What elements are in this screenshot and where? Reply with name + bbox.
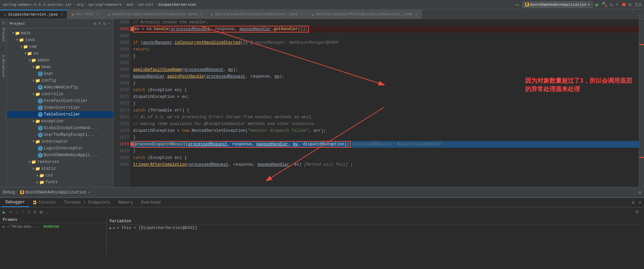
run-config-dropdown-icon[interactable]: ▾: [588, 2, 590, 7]
tab-close-3[interactable]: ✕: [200, 12, 202, 16]
overhead-tab[interactable]: Overhead: [137, 198, 165, 207]
debug-app-selector[interactable]: B Boot05WebAdminApplication ✕: [20, 190, 90, 195]
line-num-1069: 1069: [115, 80, 129, 87]
top-right-toolbar: ⟵ B Boot05WebAdminApplication ▾ ▶ 🔨 ↻ ☂ …: [516, 1, 641, 8]
tab-close-1[interactable]: ✕: [61, 13, 63, 17]
tree-item-admin[interactable]: ▼ 📁 admin: [7, 57, 113, 64]
line-num-1067: 1067: [115, 66, 129, 73]
tree-item-java[interactable]: ▼ 📁 java: [7, 37, 113, 43]
threads-tab[interactable]: Threads | Endpoints: [60, 198, 114, 207]
tree-item-formtestcontroller[interactable]: C FormTestController: [7, 98, 113, 104]
panel-maximize-icon[interactable]: ⧉: [636, 210, 641, 214]
tab-close-5[interactable]: ✕: [415, 12, 417, 16]
tab-close-4[interactable]: ✕: [301, 12, 303, 16]
tree-item-tablecontroller[interactable]: C TableController: [7, 111, 113, 118]
frames-icon[interactable]: ⊞: [40, 209, 42, 215]
console-tab[interactable]: ▶ Console: [29, 198, 60, 207]
panel-settings-icon[interactable]: ⚙: [629, 200, 637, 205]
frame-item-1[interactable]: ▶ → *http-nio-... RUNNING: [0, 223, 106, 230]
tree-item-xu[interactable]: ▼ 📁 xu: [7, 50, 113, 57]
navigate-left-icon[interactable]: ⟵: [516, 1, 519, 8]
tree-item-controlle[interactable]: ▼ 📁 controlle: [7, 91, 113, 98]
tree-item-boot05[interactable]: C Boot05WebAdminAppli...: [7, 152, 113, 159]
memory-tab[interactable]: Memory: [114, 198, 137, 207]
debug-label: Debug:: [3, 190, 17, 195]
tab-abstract-handler-method[interactable]: ☕ AbstractHandlerMethodExceptionResolver…: [308, 10, 422, 19]
breadcrumb-item-2[interactable]: org: [77, 3, 84, 7]
settings-button[interactable]: ⚙: [629, 2, 631, 7]
code-scroll-area[interactable]: 1060 1061 1062 1063 1064 1065 1066 1067 …: [113, 19, 644, 187]
tree-label: main: [21, 31, 31, 36]
evaluate-icon[interactable]: ≡: [34, 209, 36, 215]
tab-dispatcher-servlet[interactable]: ☕ DispatcherServlet.java ✕: [0, 10, 67, 19]
tab-close-2[interactable]: ✕: [97, 12, 99, 16]
breadcrumb-item-6: DispatcherServlet: [159, 3, 196, 7]
stop-button[interactable]: ⏹: [621, 2, 626, 7]
line-num-1075: 1075: [115, 121, 129, 127]
code-text: catch (Exception ex) {: [133, 88, 187, 92]
panel-close-icon[interactable]: ✕: [637, 200, 643, 205]
tab-handler-exception-resolver[interactable]: ☕ HandlerExceptionResolverComposite.java…: [103, 10, 207, 19]
breadcrumb-item-4[interactable]: web: [127, 3, 133, 7]
tab-label-2: 4xx.html: [76, 12, 94, 16]
tree-item-static[interactable]: ▼ 📁 static: [7, 165, 113, 172]
tree-item-user[interactable]: C User: [7, 70, 113, 77]
expand-arrow: ▼: [33, 167, 35, 171]
tree-item-config[interactable]: ▼ 📁 config: [7, 77, 113, 84]
tree-item-main[interactable]: ▼ 📁 main: [7, 30, 113, 37]
sidebar-locate-icon[interactable]: ⊕: [94, 21, 97, 26]
tree-item-indexcontroller[interactable]: C IndexController: [7, 104, 113, 111]
code-line-1065: }: [130, 53, 639, 60]
expand-arrow: ▼: [24, 52, 26, 56]
tree-label: TableController: [44, 112, 80, 117]
sidebar-collapse-icon[interactable]: ≡: [99, 21, 101, 26]
tab-abstract-handler-exception[interactable]: ☕ AbstractHandlerExceptionResolver.java …: [207, 10, 308, 19]
step-into-icon[interactable]: ↓: [15, 209, 18, 215]
tab-4xx[interactable]: ◈ 4xx.html ✕: [67, 10, 103, 19]
sidebar-settings-icon[interactable]: ⚙: [103, 21, 106, 26]
coverage-button[interactable]: ☂: [616, 2, 618, 7]
tree-item-usertoomany[interactable]: C UserTooManyExcepti...: [7, 131, 113, 138]
tree-item-bean[interactable]: ▼ 📁 bean: [7, 64, 113, 70]
translate-button[interactable]: 文A: [634, 2, 641, 8]
sidebar-close-icon[interactable]: —: [108, 21, 110, 26]
run-config-selector[interactable]: B Boot05WebAdminApplication ▾: [522, 1, 593, 8]
breadcrumb-item-5[interactable]: servlet: [138, 3, 153, 7]
tree-label: static: [41, 166, 56, 171]
debug-app-close[interactable]: ✕: [88, 190, 90, 194]
project-panel-toggle[interactable]: 1: Project: [1, 20, 6, 43]
breadcrumb-item-3[interactable]: springframework: [88, 3, 122, 7]
expand-arrow: ▼: [33, 120, 35, 123]
structure-panel-toggle[interactable]: Z-Structure: [1, 54, 6, 79]
expand-arrow: ▼: [33, 79, 35, 83]
tree-item-interceptor[interactable]: ▼ 📁 interceptor: [7, 138, 113, 145]
more-icon[interactable]: …: [46, 209, 49, 215]
step-over-icon[interactable]: ↷: [9, 209, 12, 215]
code-line-1067: applyDefaultViewName(processedRequest, m…: [130, 66, 639, 73]
tabs-overflow-icon[interactable]: ▾: [636, 14, 644, 19]
tree-item-exception[interactable]: ▼ 📁 exception: [7, 118, 113, 125]
tree-label: fonts: [45, 180, 58, 185]
breadcrumb-item-1[interactable]: spring-webmvc-5.3.2-sources.jar: [3, 3, 72, 7]
tree-item-adminwebconfig[interactable]: C AdminWebConfig: [7, 84, 113, 91]
resume-icon[interactable]: ▶: [3, 209, 5, 215]
run-to-cursor-icon[interactable]: ⤵: [28, 209, 30, 215]
tree-item-logininterceptor[interactable]: C LoginInterceptor: [7, 145, 113, 152]
tab-java-icon-4: ☕: [211, 12, 213, 17]
debug-settings-icon[interactable]: ⚙: [639, 190, 641, 195]
code-line-1074: // As of 4.3, we're processing Errors th…: [130, 114, 639, 121]
debugger-tab[interactable]: Debugger: [1, 198, 29, 207]
error-marker-2: [639, 157, 644, 158]
tree-item-fonts[interactable]: ▶ 📁 fonts: [7, 179, 113, 186]
variable-item-this[interactable]: ▶ ▶ = this = [DispatcherServlet@6432]: [109, 225, 641, 231]
tree-item-resources[interactable]: ▼ 📁 resources: [7, 159, 113, 165]
right-scrollbar-markers[interactable]: [639, 19, 644, 187]
tree-item-images[interactable]: ▶ 📁 images: [7, 186, 113, 187]
tree-item-com[interactable]: ▼ 📁 com: [7, 43, 113, 50]
tree-item-globalexception[interactable]: C GlobalExceptionHand...: [7, 125, 113, 131]
reload-button[interactable]: ↻: [610, 2, 613, 7]
tree-item-css[interactable]: ▶ 📁 css: [7, 172, 113, 179]
run-button[interactable]: ▶: [596, 1, 599, 8]
build-button[interactable]: 🔨: [602, 2, 607, 7]
step-out-icon[interactable]: ↑: [21, 209, 24, 215]
